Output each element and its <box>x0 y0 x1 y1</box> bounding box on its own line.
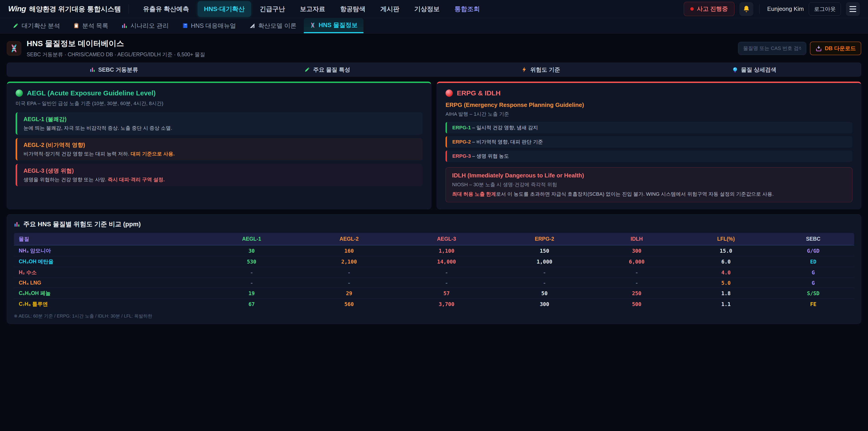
segment-substance-detail-search[interactable]: 물질 상세검색 <box>648 63 861 76</box>
table-row: CH₄ LNG-----5.0G <box>14 278 854 288</box>
substance-name: C₇H₈ 톨루엔 <box>14 299 203 310</box>
nav-item-board[interactable]: 게시판 <box>374 1 406 17</box>
erpg-1-label: ERPG-1 <box>452 125 471 130</box>
incident-dot-icon <box>690 7 694 11</box>
value-cell: - <box>594 267 680 278</box>
segment-label: 주요 물질 특성 <box>313 66 350 73</box>
risk-comparison-table: 물질 AEGL-1 AEGL-2 AEGL-3 ERPG-2 IDLH LFL(… <box>14 233 854 309</box>
value-cell: 5.0 <box>680 278 772 288</box>
value-cell: ED <box>772 256 854 267</box>
column-sebc: SEBC <box>772 233 854 245</box>
segment-label: 위험도 기준 <box>530 66 560 73</box>
substance-name: NH₃ 암모니아 <box>14 245 203 256</box>
segment-risk-criteria[interactable]: 위험도 기준 <box>434 63 648 76</box>
tab-hns-response-manual[interactable]: HNS 대응매뉴얼 <box>176 18 242 33</box>
idlh-description: 최대 허용 노출 한계로서 이 농도를 초과하면 자급식 호흡장치(SCBA) … <box>452 191 846 197</box>
page-title: HNS 물질정보 데이터베이스 <box>27 38 205 49</box>
nav-item-weather[interactable]: 기상정보 <box>408 1 446 17</box>
nav-item-reports[interactable]: 보고자료 <box>293 1 332 17</box>
table-row: H₂ 수소-----4.0G <box>14 267 854 278</box>
erpg-section-subtitle: AIHA 발행 – 1시간 노출 기준 <box>445 111 852 118</box>
value-cell: 500 <box>594 299 680 310</box>
nav-item-oil-spill[interactable]: 유출유 확산예측 <box>136 1 195 17</box>
db-download-button[interactable]: DB 다운로드 <box>810 41 861 55</box>
value-cell: 560 <box>301 299 398 310</box>
tab-scenario-management[interactable]: 시나리오 관리 <box>116 18 175 33</box>
menu-button[interactable] <box>846 2 860 16</box>
value-cell: 50 <box>495 288 594 299</box>
aegl-2-title: AEGL-2 (비가역적 영향) <box>24 141 416 149</box>
value-cell: 300 <box>594 245 680 256</box>
pen-icon <box>304 67 310 72</box>
value-cell: S/SD <box>772 288 854 299</box>
value-cell: 30 <box>203 245 301 256</box>
hamburger-icon <box>849 6 856 12</box>
dna-icon-badge <box>7 41 21 56</box>
value-cell: 1,000 <box>495 256 594 267</box>
db-download-label: DB 다운로드 <box>825 45 856 52</box>
nav-item-aerial-search[interactable]: 항공탐색 <box>334 1 372 17</box>
value-cell: 29 <box>301 288 398 299</box>
value-cell: - <box>594 278 680 288</box>
column-substance: 물질 <box>14 233 203 245</box>
notifications-button[interactable] <box>739 2 753 16</box>
value-cell: G/GD <box>772 245 854 256</box>
dna-icon <box>310 22 316 28</box>
value-cell: - <box>203 278 301 288</box>
idlh-subtitle: NIOSH – 30분 노출 시 생명·건강에 즉각적 위험 <box>452 181 846 188</box>
value-cell: 160 <box>301 245 398 256</box>
value-cell: 1.1 <box>680 299 772 310</box>
incident-status-badge[interactable]: 사고 진행중 <box>684 2 735 16</box>
aegl-panel-subtitle: 미국 EPA – 일반인 급성 노출 기준 (10분, 30분, 60분, 4시… <box>16 100 423 107</box>
incident-badge-label: 사고 진행중 <box>697 5 728 13</box>
aegl-title-text: AEGL (Acute Exposure Guideline Level) <box>27 89 156 97</box>
aegl-3-title: AEGL-3 (생명 위협) <box>24 167 416 175</box>
segment-sebc-classification[interactable]: SEBC 거동분류 <box>7 63 221 76</box>
segment-label: SEBC 거동분류 <box>98 66 138 73</box>
substance-name: CH₃OH 메탄올 <box>14 256 203 267</box>
erpg-2-text: – 비가역적 영향, 대피 판단 기준 <box>472 139 543 145</box>
nav-item-integrated-search[interactable]: 통합조회 <box>448 1 486 17</box>
substance-search-input[interactable] <box>738 42 806 55</box>
bell-icon <box>743 5 750 13</box>
erpg-1-text: – 일시적 건강 영향, 냄새 감지 <box>472 125 538 130</box>
clipboard-icon <box>73 23 79 29</box>
segment-label: 물질 상세검색 <box>741 66 776 73</box>
aegl-1-card: AEGL-1 (불쾌감) 눈에 띄는 불쾌감, 자극 또는 비감각적 증상. 노… <box>16 112 423 135</box>
value-cell: - <box>495 278 594 288</box>
tab-label: 시나리오 관리 <box>130 22 169 30</box>
bar-chart-icon <box>121 23 127 29</box>
erpg-3-row: ERPG-3 – 생명 위협 농도 <box>445 151 852 162</box>
section-segment-bar: SEBC 거동분류 주요 물질 특성 위험도 기준 물질 상세검색 <box>7 63 861 76</box>
app-title: 해양환경 위기대응 통합시스템 <box>29 4 121 14</box>
tab-hns-substance-info[interactable]: HNS 물질정보 <box>304 18 364 33</box>
nav-item-rescue[interactable]: 긴급구난 <box>253 1 291 17</box>
value-cell: 14,000 <box>398 256 495 267</box>
segment-substance-properties[interactable]: 주요 물질 특성 <box>221 63 434 76</box>
value-cell: 1,100 <box>398 245 495 256</box>
tab-air-dispersion-analysis[interactable]: 대기확산 분석 <box>7 18 66 33</box>
risk-table-body: NH₃ 암모니아301601,10015030015.0G/GDCH₃OH 메탄… <box>14 245 854 309</box>
tab-label: 분석 목록 <box>82 22 108 30</box>
pen-icon <box>13 23 19 29</box>
triangle-ruler-icon <box>249 23 255 29</box>
risk-comparison-panel: 주요 HNS 물질별 위험도 기준 비교 (ppm) 물질 AEGL-1 AEG… <box>7 214 861 324</box>
aegl-2-description: 비가역적·장기적 건강 영향 또는 대피 능력 저하. 대피 기준으로 사용. <box>24 151 416 157</box>
logout-button[interactable]: 로그아웃 <box>809 2 841 16</box>
column-aegl1: AEGL-1 <box>203 233 301 245</box>
tab-label: 확산모델 이론 <box>258 22 297 30</box>
tab-analysis-list[interactable]: 분석 목록 <box>67 18 114 33</box>
erpg-3-text: – 생명 위협 농도 <box>472 153 509 159</box>
nav-item-hns-dispersion[interactable]: HNS·대기확산 <box>197 1 251 17</box>
download-icon <box>815 45 822 52</box>
value-cell: 6,000 <box>594 256 680 267</box>
green-circle-icon <box>16 90 23 97</box>
value-cell: 1.8 <box>680 288 772 299</box>
erpg-2-label: ERPG-2 <box>452 139 471 145</box>
erpg-2-row: ERPG-2 – 비가역적 영향, 대피 판단 기준 <box>445 136 852 148</box>
tab-dispersion-model-theory[interactable]: 확산모델 이론 <box>243 18 303 33</box>
table-row: C₇H₈ 톨루엔675603,7003005001.1FE <box>14 299 854 310</box>
table-footnote: ※ AEGL: 60분 기준 / ERPG: 1시간 노출 / IDLH: 30… <box>14 313 854 319</box>
erpg-panel-title: ERPG & IDLH <box>445 89 852 97</box>
aegl-3-card: AEGL-3 (생명 위협) 생명을 위협하는 건강 영향 또는 사망. 즉시 … <box>16 164 423 186</box>
